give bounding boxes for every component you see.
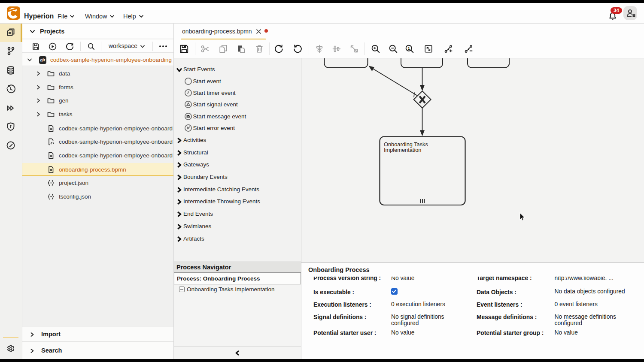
svg-text:1: 1 [407,46,410,51]
svg-text:Implementation: Implementation [384,147,422,153]
